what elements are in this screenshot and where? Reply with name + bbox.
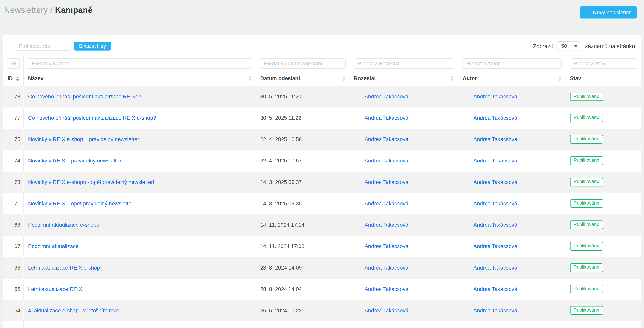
status-badge: Publikováno [570, 242, 603, 250]
avatar [354, 114, 361, 121]
sender-link[interactable]: Andrea Takácsová [364, 200, 408, 207]
row-id: 65 [3, 278, 24, 300]
filter-input-rozeslal[interactable] [354, 58, 454, 69]
sender-link[interactable]: Andrea Takácsová [364, 222, 408, 228]
author-link[interactable]: Andrea Takácsová [473, 136, 517, 142]
avatar [463, 243, 470, 250]
column-filters-row [3, 56, 641, 72]
row-sent-date: 22. 4. 2025 10:58 [256, 128, 350, 150]
avatar [463, 157, 470, 164]
author-link[interactable]: Andrea Takácsová [473, 157, 517, 164]
sender-link[interactable]: Andrea Takácsová [364, 94, 408, 100]
author-link[interactable]: Andrea Takácsová [473, 115, 517, 121]
newsletter-title-link[interactable]: Co nového přináší poslední aktualizace R… [28, 115, 156, 121]
column-header-rozeslal[interactable]: Rozeslal [350, 72, 458, 86]
sort-icon [558, 76, 561, 81]
chevron-down-icon [574, 45, 578, 47]
newsletter-title-link[interactable]: Novinky v RE:X e-shop – pravidelný newsl… [28, 136, 139, 142]
newsletter-title-link[interactable]: Letní aktualizace RE:X e-shop [28, 265, 100, 271]
sender-link[interactable]: Andrea Takácsová [364, 265, 408, 271]
row-id: 67 [3, 236, 24, 257]
table-row: 68 Podzimní aktualizace e-shopu 14. 11. … [3, 214, 641, 235]
table-row: 66 Letní aktualizace RE:X e-shop 28. 8. … [3, 257, 641, 278]
newsletter-title-link[interactable]: Podzimní aktualizace [28, 243, 78, 249]
sort-icon [248, 76, 252, 81]
sender-link[interactable]: Andrea Takácsová [364, 157, 408, 164]
row-sent-date: 26. 6. 2024 15:22 [256, 300, 350, 321]
avatar [463, 285, 470, 292]
column-header-id[interactable]: ID [3, 72, 24, 86]
newsletter-title-link[interactable]: Co nového přináší poslední aktualizace R… [28, 94, 141, 100]
filter-input-nazev[interactable] [28, 58, 252, 69]
breadcrumb: Newslettery / Kampaně [4, 4, 92, 16]
author-link[interactable]: Andrea Takácsová [473, 243, 517, 249]
status-badge: Publikováno [570, 285, 603, 293]
newsletters-page: Newslettery / Kampaně + Nový newsletter … [0, 0, 644, 328]
status-badge: Publikováno [570, 199, 603, 208]
author-link[interactable]: Andrea Takácsová [473, 286, 517, 292]
column-header-stav: Stav [566, 72, 641, 86]
sender-link[interactable]: Andrea Takácsová [364, 179, 408, 185]
author-link[interactable]: Andrea Takácsová [473, 200, 517, 207]
page-size-suffix-label: záznamů na stránku [585, 43, 635, 49]
new-newsletter-button[interactable]: + Nový newsletter [580, 6, 637, 19]
filter-input-autor[interactable] [462, 58, 562, 69]
avatar [463, 93, 470, 100]
author-link[interactable]: Andrea Takácsová [473, 179, 517, 185]
column-header-nazev[interactable]: Název [24, 72, 256, 86]
table-row: 64 4. aktualizace e-shopu v letošním roc… [3, 300, 641, 321]
author-link[interactable]: Andrea Takácsová [473, 307, 517, 314]
row-sent-date: 14. 11. 2024 17:08 [256, 236, 350, 257]
sender-link[interactable]: Andrea Takácsová [364, 136, 408, 142]
newsletter-title-link[interactable]: Novinky v RE:X e-shopu - opět pravidelný… [28, 179, 154, 185]
table-row: 65 Letní aktualizace RE:X 28. 8. 2024 14… [3, 278, 641, 300]
status-badge: Publikováno [570, 92, 603, 101]
newsletter-title-link[interactable]: 4. aktualizace e-shopu v letošním roce [28, 307, 119, 314]
avatar [463, 307, 470, 314]
sort-icon [451, 76, 454, 81]
newsletter-title-link[interactable]: Letní aktualizace RE:X [28, 286, 82, 292]
page-size-control: Zobrazit 50 záznamů na stránku [533, 41, 635, 51]
status-badge: Publikováno [570, 135, 603, 143]
avatar [463, 221, 470, 228]
page-header: Newslettery / Kampaně + Nový newsletter [0, 0, 644, 35]
newsletter-title-link[interactable]: Novinky v RE:X – opět pravidelný newslet… [28, 200, 135, 207]
author-link[interactable]: Andrea Takácsová [473, 94, 517, 100]
avatar [354, 264, 361, 271]
avatar [354, 136, 361, 143]
filter-input-stav[interactable] [570, 58, 637, 69]
table-row: 71 Novinky v RE:X – opět pravidelný news… [3, 193, 641, 214]
row-id: 66 [3, 257, 24, 278]
page-title: Kampaně [55, 6, 92, 15]
row-sent-date: 22. 4. 2025 10:57 [256, 150, 350, 171]
avatar [354, 93, 361, 100]
table-row: 77 Co nového přináší poslední aktualizac… [3, 107, 641, 128]
status-badge: Publikováno [570, 263, 603, 272]
column-header-autor[interactable]: Autor [458, 72, 566, 86]
status-badge: Publikováno [570, 114, 603, 122]
sender-link[interactable]: Andrea Takácsová [364, 115, 408, 121]
sort-icon [342, 76, 345, 81]
column-header-datum[interactable]: Datum odeslání [256, 72, 350, 86]
filter-input-id[interactable] [7, 58, 20, 69]
status-badge: Publikováno [570, 156, 603, 165]
table-row: 75 Novinky v RE:X e-shop – pravidelný ne… [3, 128, 641, 150]
sender-link[interactable]: Andrea Takácsová [364, 243, 408, 249]
page-size-prefix-label: Zobrazit [533, 43, 553, 49]
filter-input-datum[interactable] [260, 58, 346, 69]
search-input[interactable] [15, 42, 71, 51]
author-link[interactable]: Andrea Takácsová [473, 265, 517, 271]
avatar [463, 136, 470, 143]
page-size-select[interactable]: 50 [556, 41, 581, 51]
clear-filters-button[interactable]: Smazat filtry [74, 42, 111, 51]
author-link[interactable]: Andrea Takácsová [473, 222, 517, 228]
table-row: 78 Co nového přináší poslední aktualizac… [3, 86, 641, 107]
row-id: 71 [3, 193, 24, 214]
sender-link[interactable]: Andrea Takácsová [364, 307, 408, 314]
newsletter-title-link[interactable]: Podzimní aktualizace e-shopu [28, 222, 100, 228]
sender-link[interactable]: Andrea Takácsová [364, 286, 408, 292]
table-row: 74 Novinky v RE:X – pravidelný newslette… [3, 150, 641, 171]
newsletter-title-link[interactable]: Novinky v RE:X – pravidelný newsletter [28, 157, 121, 164]
table-toolbar: Smazat filtry Zobrazit 50 záznamů na str… [3, 35, 641, 56]
row-id: 78 [3, 86, 24, 107]
